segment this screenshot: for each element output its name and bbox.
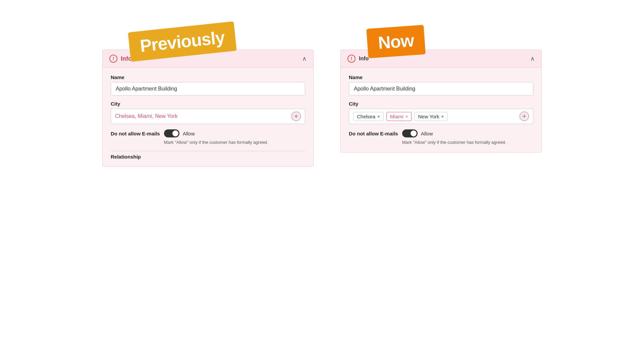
now-city-field-group: City Chelsea × Miami × New York × [349, 101, 533, 124]
now-header-left: ! Info [347, 55, 369, 63]
previously-info-icon: ! [109, 55, 117, 63]
now-card: ! Info ∧ Name City Chelsea × [340, 50, 542, 153]
now-city-add-button[interactable]: + [520, 112, 529, 121]
previously-header-left: ! Info [109, 55, 132, 63]
now-toggle-hint: Mark "Allow" only if the customer has fo… [402, 139, 506, 145]
comparison-wrapper: Previously ! Info ∧ Name City [27, 27, 617, 167]
tag-newyork[interactable]: New York × [414, 112, 447, 121]
previously-toggle-with-text: Allow [164, 129, 268, 137]
previously-badge: Previously [129, 27, 235, 56]
tag-chelsea[interactable]: Chelsea × [353, 112, 384, 121]
previously-toggle-switch[interactable] [164, 129, 179, 137]
now-chevron-icon[interactable]: ∧ [530, 55, 535, 62]
now-name-field-group: Name [349, 74, 533, 96]
previously-toggle-group: Allow Mark "Allow" only if the customer … [164, 129, 268, 145]
previously-city-field: Chelsea, Miami, New York + [111, 109, 305, 124]
now-city-tags-container: Chelsea × Miami × New York × + [349, 109, 533, 124]
previously-name-label: Name [111, 74, 305, 80]
now-info-icon: ! [347, 55, 356, 63]
previously-relationship-label: Relationship [111, 151, 305, 160]
now-toggle-switch[interactable] [402, 129, 418, 137]
previously-city-field-group: City Chelsea, Miami, New York + [111, 101, 305, 124]
previously-badge-label: Previously [128, 21, 236, 62]
previously-card: ! Info ∧ Name City Chelsea, Miami, New Y… [102, 50, 314, 167]
now-city-label: City [349, 101, 533, 107]
previously-column: Previously ! Info ∧ Name City [102, 27, 314, 167]
previously-city-text: Chelsea, Miami, New York [115, 113, 291, 119]
previously-toggle-text: Allow [183, 131, 195, 136]
now-toggle-with-text: Allow [402, 129, 506, 137]
previously-do-not-allow-label: Do not allow E-mails [111, 129, 160, 136]
now-badge-label: Now [366, 25, 425, 58]
now-column: Now ! Info ∧ Name City [340, 27, 542, 153]
now-badge: Now [367, 27, 425, 56]
now-card-body: Name City Chelsea × Miami × [341, 68, 541, 152]
now-do-not-allow-label: Do not allow E-mails [349, 129, 398, 136]
previously-name-field-group: Name [111, 74, 305, 96]
tag-newyork-remove[interactable]: × [441, 114, 444, 119]
now-toggle-row: Do not allow E-mails Allow Mark "Allow" … [349, 129, 533, 145]
previously-toggle-hint: Mark "Allow" only if the customer has fo… [164, 139, 268, 145]
tag-miami[interactable]: Miami × [386, 112, 412, 121]
now-toggle-group: Allow Mark "Allow" only if the customer … [402, 129, 506, 145]
previously-toggle-row: Do not allow E-mails Allow Mark "Allow" … [111, 129, 305, 145]
now-toggle-text: Allow [421, 131, 433, 136]
previously-name-input[interactable] [111, 82, 305, 96]
previously-city-label: City [111, 101, 305, 107]
now-name-input[interactable] [349, 82, 533, 96]
tag-chelsea-remove[interactable]: × [377, 114, 380, 119]
now-name-label: Name [349, 74, 533, 80]
previously-chevron-icon[interactable]: ∧ [302, 55, 307, 62]
previously-card-body: Name City Chelsea, Miami, New York + Do … [103, 68, 313, 166]
tag-miami-remove[interactable]: × [406, 114, 408, 119]
previously-city-add-button[interactable]: + [291, 112, 301, 121]
now-header-title: Info [359, 56, 369, 62]
